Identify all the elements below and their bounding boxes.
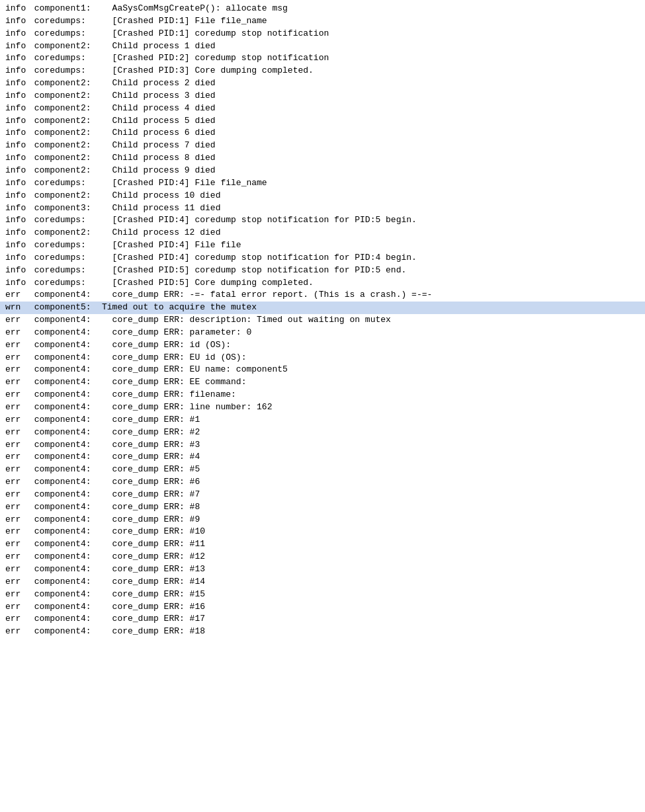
log-message: [Crashed PID:3] Core dumping completed.	[102, 65, 314, 77]
log-component: component2:	[29, 115, 102, 128]
log-line: info coredumps: [Crashed PID:2] coredump…	[0, 52, 645, 65]
log-level: err	[5, 426, 29, 439]
log-line: err component4: core_dump ERR: #11	[0, 538, 645, 551]
log-component: component4:	[29, 626, 102, 638]
log-component: component4:	[29, 613, 102, 626]
log-line: info component2: Child process 5 died	[0, 115, 645, 128]
log-level: err	[5, 327, 29, 339]
log-component: component4:	[29, 327, 102, 339]
log-level: err	[5, 538, 29, 551]
log-line: info coredumps: [Crashed PID:5] coredump…	[0, 264, 645, 277]
log-component: component4:	[29, 401, 102, 414]
log-line: info coredumps: [Crashed PID:3] Core dum…	[0, 65, 645, 77]
log-line: info component2: Child process 3 died	[0, 90, 645, 102]
log-level: err	[5, 563, 29, 576]
log-line: err component4: core_dump ERR: #16	[0, 601, 645, 614]
log-message: Child process 1 died	[102, 40, 216, 53]
log-line: err component4: core_dump ERR: #15	[0, 589, 645, 601]
log-component: component4:	[29, 289, 102, 302]
log-message: core_dump ERR: #3	[102, 439, 200, 452]
log-component: component2:	[29, 152, 102, 165]
log-level: err	[5, 464, 29, 476]
log-line: err component4: core_dump ERR: #1	[0, 414, 645, 426]
log-level: err	[5, 489, 29, 501]
log-component: component4:	[29, 414, 102, 426]
log-level: info	[5, 40, 29, 53]
log-line: info component3: Child process 11 died	[0, 202, 645, 215]
log-component: component4:	[29, 314, 102, 327]
log-line: err component4: core_dump ERR: #9	[0, 514, 645, 526]
log-message: core_dump ERR: description: Timed out wa…	[102, 314, 391, 327]
log-component: component2:	[29, 77, 102, 90]
log-message: Child process 9 died	[102, 165, 216, 177]
log-message: core_dump ERR: #5	[102, 464, 200, 476]
log-line: info component1: AaSysComMsgCreateP(): a…	[0, 3, 645, 15]
log-message: core_dump ERR: #11	[102, 538, 205, 551]
log-line: err component4: core_dump ERR: #4	[0, 451, 645, 464]
log-line: err component4: core_dump ERR: #14	[0, 576, 645, 589]
log-component: coredumps:	[29, 252, 102, 264]
log-level: info	[5, 90, 29, 102]
log-container: info component1: AaSysComMsgCreateP(): a…	[0, 0, 645, 812]
log-message: core_dump ERR: #16	[102, 601, 205, 614]
log-level: info	[5, 264, 29, 277]
log-line: err component4: core_dump ERR: parameter…	[0, 327, 645, 339]
log-line: wrn component5:Timed out to acquire the …	[0, 302, 645, 314]
log-line: err component4: core_dump ERR: #5	[0, 464, 645, 476]
log-message: Child process 7 died	[102, 140, 216, 152]
log-level: err	[5, 451, 29, 464]
log-component: coredumps:	[29, 52, 102, 65]
log-level: info	[5, 140, 29, 152]
log-line: err component4: core_dump ERR: EE comman…	[0, 376, 645, 389]
log-line: err component4: core_dump ERR: descripti…	[0, 314, 645, 327]
log-message: [Crashed PID:1] coredump stop notificati…	[102, 28, 329, 40]
log-line: err component4: core_dump ERR: #8	[0, 501, 645, 514]
log-level: err	[5, 601, 29, 614]
log-level: info	[5, 3, 29, 15]
log-component: component4:	[29, 551, 102, 563]
log-level: err	[5, 626, 29, 638]
log-level: err	[5, 414, 29, 426]
log-component: component4:	[29, 589, 102, 601]
log-level: err	[5, 289, 29, 302]
log-component: component1:	[29, 3, 102, 15]
log-line: err component4: core_dump ERR: #6	[0, 476, 645, 489]
log-message: Child process 8 died	[102, 152, 216, 165]
log-level: err	[5, 514, 29, 526]
log-component: component2:	[29, 40, 102, 53]
log-message: core_dump ERR: #14	[102, 576, 205, 589]
log-message: core_dump ERR: #2	[102, 426, 200, 439]
log-line: info component2: Child process 8 died	[0, 152, 645, 165]
log-line: err component4: core_dump ERR: #18	[0, 626, 645, 638]
log-level: info	[5, 227, 29, 239]
log-component: component5:	[29, 302, 102, 314]
log-line: err component4: core_dump ERR: #17	[0, 613, 645, 626]
log-message: core_dump ERR: #10	[102, 526, 205, 538]
log-message: core_dump ERR: #15	[102, 589, 205, 601]
log-level: info	[5, 127, 29, 140]
log-level: info	[5, 277, 29, 290]
log-message: [Crashed PID:2] coredump stop notificati…	[102, 52, 329, 65]
log-message: core_dump ERR: EU id (OS):	[102, 352, 246, 364]
log-component: component4:	[29, 426, 102, 439]
log-message: Child process 10 died	[102, 190, 220, 202]
log-line: info coredumps: [Crashed PID:4] coredump…	[0, 214, 645, 227]
log-line: err component4: core_dump ERR: #2	[0, 426, 645, 439]
log-line: err component4: core_dump ERR: #7	[0, 489, 645, 501]
log-message: core_dump ERR: #6	[102, 476, 200, 489]
log-message: [Crashed PID:5] Core dumping completed.	[102, 277, 314, 290]
log-level: info	[5, 102, 29, 115]
log-message: Child process 12 died	[102, 227, 220, 239]
log-level: info	[5, 177, 29, 190]
log-line: info coredumps: [Crashed PID:1] File fil…	[0, 15, 645, 28]
log-line: err component4: core_dump ERR: #13	[0, 563, 645, 576]
log-level: err	[5, 401, 29, 414]
log-level: err	[5, 501, 29, 514]
log-line: info component2: Child process 7 died	[0, 140, 645, 152]
log-message: core_dump ERR: #17	[102, 613, 205, 626]
log-message: Child process 11 died	[102, 202, 220, 215]
log-message: [Crashed PID:4] coredump stop notificati…	[102, 214, 417, 227]
log-message: Child process 3 died	[102, 90, 216, 102]
log-component: component4:	[29, 464, 102, 476]
log-level: err	[5, 339, 29, 352]
